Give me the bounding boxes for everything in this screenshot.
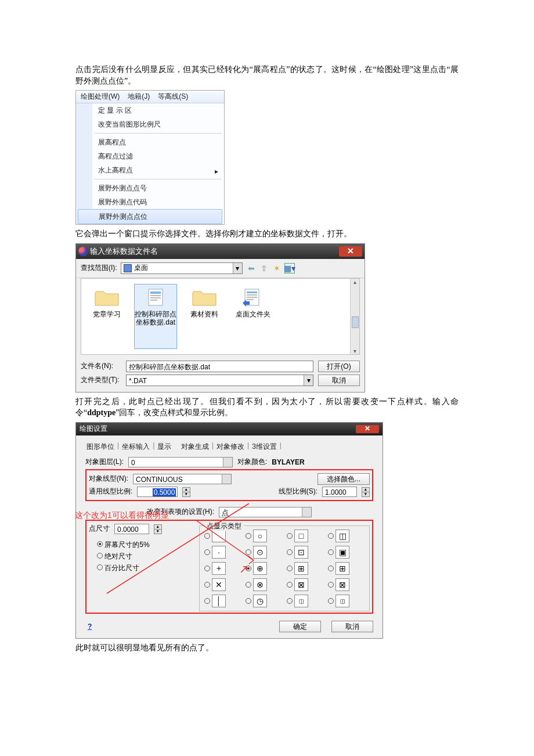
point-style-option[interactable]: ⎅ [287, 595, 323, 607]
spin-buttons[interactable]: ▴▾ [362, 487, 370, 496]
help-link[interactable]: ? [85, 622, 92, 631]
svg-rect-2 [150, 295, 161, 296]
menu-item-elev-point[interactable]: 展高程点 [76, 135, 224, 149]
obj-color-value: BYLAYER [272, 458, 304, 466]
menu-item-field-code[interactable]: 展野外测点代码 [76, 195, 224, 209]
menu-item-field-num[interactable]: 展野外测点点号 [76, 181, 224, 195]
folder-item[interactable]: 素材资料 [183, 285, 225, 348]
settings-title: 绘图设置 [80, 424, 107, 434]
global-scale-label: 通用线型比例: [89, 487, 132, 496]
tab-obj-modify[interactable]: 对象修改 [215, 441, 246, 452]
tab-units[interactable]: 图形单位 [85, 441, 116, 452]
dat-file-icon [143, 287, 168, 308]
paragraph-3: 打开完之后，此时点已经出现了。但我们看不到，因为太小了，所以需要改变一下点样式。… [75, 396, 459, 419]
drawing-settings-dialog: 绘图设置 ✕ 图形单位| 坐标输入| 显示 对象生成| 对象修改| 3维设置| … [75, 422, 383, 639]
view-menu-icon[interactable]: ▦▾ [284, 263, 295, 273]
back-icon[interactable]: ⬅ [246, 263, 257, 273]
scrollbar[interactable]: ▴ ▾ [350, 279, 359, 354]
point-style-option[interactable]: ⊠ [287, 578, 323, 591]
svg-rect-8 [247, 297, 257, 298]
menu-item-water-elev[interactable]: 水上高程点 ▸ [76, 163, 224, 177]
look-in-dropdown[interactable]: 桌面 ▾ [121, 262, 243, 274]
point-style-option[interactable]: ⊗ [246, 578, 282, 591]
svg-rect-7 [247, 294, 257, 296]
change-list-dropdown[interactable]: 点 [219, 507, 312, 517]
chevron-down-icon: ▾ [304, 375, 313, 386]
point-style-option[interactable]: ◷ [246, 595, 282, 607]
point-type-legend: 点显示类型 [204, 521, 244, 531]
dialog-title: 输入坐标数据文件名 [88, 246, 339, 257]
point-style-option[interactable]: ▣ [328, 546, 365, 559]
tab-display[interactable]: 显示 [156, 441, 172, 452]
tab-obj-create[interactable]: 对象生成 [180, 441, 210, 452]
filename-label: 文件名(N): [81, 361, 121, 371]
point-style-option[interactable]: ⊞ [328, 562, 365, 575]
tab-3d[interactable]: 3维设置 [251, 441, 278, 452]
point-style-option[interactable]: · [204, 546, 241, 559]
new-folder-icon[interactable]: ✶ [272, 263, 282, 273]
point-style-option[interactable]: ⊙ [246, 546, 282, 559]
app-icon [78, 247, 88, 256]
point-style-option[interactable]: ⊞ [287, 562, 323, 575]
scroll-thumb[interactable] [352, 316, 359, 328]
folder-icon [192, 287, 217, 308]
file-item-selected[interactable]: 控制和碎部点坐标数据.dat [135, 285, 176, 348]
point-style-option-selected[interactable]: ⊕ [246, 562, 282, 575]
highlighted-group-bottom: 点尺寸 0.0000 ▴▾ 屏幕尺寸的5% 绝对尺寸 百分比尺寸 点显示类型 [85, 520, 373, 614]
pick-color-button[interactable]: 选择颜色... [317, 473, 370, 485]
point-style-option[interactable]: ⊠ [328, 578, 365, 591]
paragraph-2: 它会弹出一个窗口提示你选择文件。选择你刚才建立的坐标数据文件，打开。 [75, 228, 459, 240]
point-style-option[interactable] [204, 530, 241, 542]
point-style-option[interactable]: ＋ [204, 562, 241, 575]
menu-drawing[interactable]: 绘图处理(W) [81, 92, 120, 102]
svg-rect-4 [150, 300, 157, 301]
ltscale-input[interactable]: 1.0000 [322, 487, 357, 497]
menu-screenshot: 绘图处理(W) 地籍(J) 等高线(S) 定 显 示 区 改变当前图形比例尺 展… [75, 90, 225, 225]
highlighted-group-top: 对象线型(N): CONTINUOUS 选择颜色... 通用线型比例: 0.50… [85, 469, 373, 501]
menu-cadastre[interactable]: 地籍(J) [128, 92, 150, 102]
svg-rect-1 [150, 291, 161, 294]
obj-layer-dropdown[interactable]: 0 [128, 457, 233, 467]
radio-absolute[interactable]: 绝对尺寸 [97, 550, 187, 562]
filename-input[interactable]: 控制和碎部点坐标数据.dat [126, 361, 313, 372]
desktop-icon [124, 264, 132, 272]
point-style-option[interactable]: ⎅ [328, 595, 365, 607]
point-size-input[interactable]: 0.0000 [114, 524, 149, 534]
annotation-text: 这个改为1可以看得很明显 [75, 511, 169, 520]
close-button[interactable]: ✕ [356, 425, 379, 433]
point-style-option[interactable]: ✕ [204, 578, 241, 591]
obj-linetype-dropdown[interactable]: CONTINUOUS [133, 474, 232, 484]
menu-item-set-area[interactable]: 定 显 示 区 [76, 103, 224, 117]
menu-item-field-pos[interactable]: 展野外测点点位 [78, 209, 222, 224]
open-button[interactable]: 打开(O) [318, 361, 360, 372]
point-style-option[interactable]: ○ [246, 530, 282, 542]
scroll-up-icon[interactable]: ▴ [353, 279, 356, 285]
menu-item-elev-filter[interactable]: 高程点过滤 [76, 149, 224, 163]
radio-screen-percent[interactable]: 屏幕尺寸的5% [97, 539, 187, 550]
spin-buttons[interactable]: ▴▾ [182, 487, 190, 496]
cancel-button[interactable]: 取消 [318, 375, 360, 386]
folder-item[interactable]: 桌面文件夹 [232, 285, 274, 348]
scroll-down-icon[interactable]: ▾ [353, 348, 356, 354]
cancel-button[interactable]: 取消 [331, 621, 373, 632]
global-scale-input[interactable]: 0.5000 [137, 487, 178, 497]
point-style-option[interactable]: □ [287, 530, 323, 542]
point-style-option[interactable]: ⊡ [287, 546, 323, 559]
menu-contour[interactable]: 等高线(S) [158, 92, 188, 102]
ok-button[interactable]: 确定 [279, 621, 321, 632]
folder-shortcut-icon [240, 287, 266, 308]
close-button[interactable]: ✕ [339, 246, 362, 257]
tab-coord[interactable]: 坐标输入 [121, 441, 151, 452]
chevron-down-icon: ▾ [233, 263, 242, 273]
menu-item-change-scale[interactable]: 改变当前图形比例尺 [76, 117, 224, 131]
spin-buttons[interactable]: ▴▾ [154, 524, 162, 534]
filetype-dropdown[interactable]: *.DAT ▾ [126, 375, 313, 386]
folder-item[interactable]: 党章学习 [86, 285, 128, 348]
radio-percent[interactable]: 百分比尺寸 [97, 562, 187, 574]
point-style-option[interactable]: ◫ [328, 530, 365, 542]
point-style-option[interactable]: │ [204, 595, 241, 607]
file-open-dialog: 输入坐标数据文件名 ✕ 查找范围(I): 桌面 ▾ ⬅ ⇧ ✶ ▦▾ 党章学习 [75, 243, 365, 393]
folder-icon [94, 287, 120, 308]
paragraph-1: 点击完后没有什么明显反应，但其实已经转化为“展高程点”的状态了。这时候，在“绘图… [75, 64, 459, 87]
up-folder-icon[interactable]: ⇧ [259, 263, 269, 273]
